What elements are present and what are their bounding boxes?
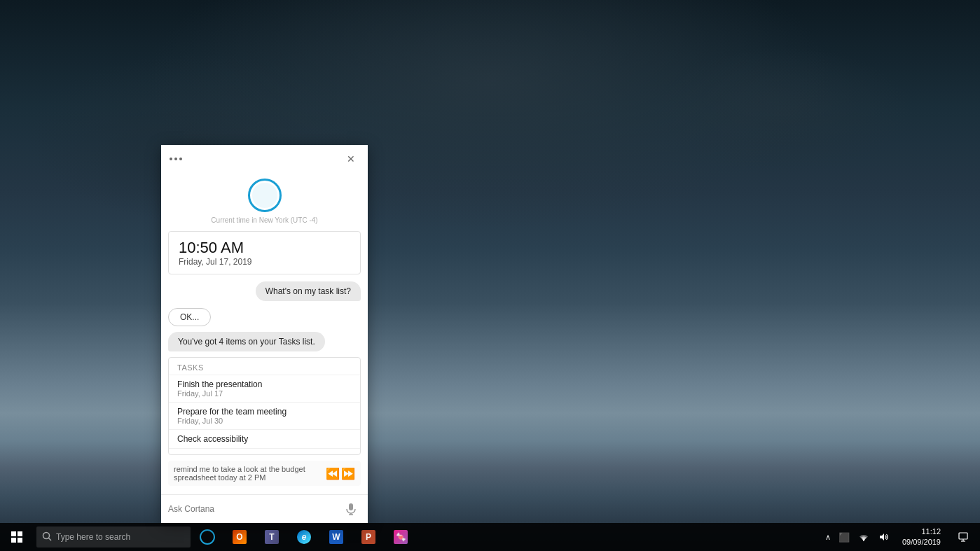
- search-placeholder-text: Type here to search: [56, 532, 130, 542]
- rewind-icon[interactable]: ⏪: [326, 467, 340, 480]
- task-name-2: Prepare for the team meeting: [177, 407, 352, 417]
- task-name-3: Check accessibility: [177, 434, 352, 444]
- taskbar-app-word[interactable]: W: [321, 523, 352, 551]
- edge-icon: e: [297, 530, 311, 544]
- datetime-card: 10:50 AM Friday, Jul 17, 2019: [168, 231, 361, 274]
- svg-line-8: [49, 538, 52, 540]
- task-name-4: Book flights to London: [177, 453, 352, 455]
- taskbar-app-office[interactable]: O: [224, 523, 255, 551]
- cortana-panel: ✕ Current time in New York (UTC -4) 10:5…: [161, 145, 368, 523]
- search-icon: [42, 531, 52, 543]
- svg-rect-3: [11, 531, 16, 536]
- network-icon[interactable]: [856, 529, 871, 545]
- taskbar: Type here to search O T e W P 🍬 ∧: [0, 523, 980, 551]
- taskbar-app-candy[interactable]: 🍬: [385, 523, 416, 551]
- task-item-1[interactable]: Finish the presentation Friday, Jul 17: [169, 375, 360, 402]
- record-icon[interactable]: ⬛: [836, 529, 852, 545]
- tasks-card-header: Tasks: [169, 358, 360, 375]
- svg-point-9: [863, 540, 864, 541]
- taskbar-app-powerpoint[interactable]: P: [353, 523, 384, 551]
- menu-dot-1: [170, 158, 172, 160]
- cortana-small-ring-icon: [200, 529, 215, 545]
- reminder-text: remind me to take a look at the budget s…: [174, 465, 320, 482]
- taskbar-clock[interactable]: 11:12 09/09/2019: [897, 526, 946, 548]
- cortana-ring-icon: [248, 179, 282, 212]
- cortana-menu-button[interactable]: [170, 158, 182, 160]
- cortana-subtitle: Current time in New York (UTC -4): [161, 215, 368, 228]
- office-icon: O: [233, 530, 247, 544]
- svg-marker-10: [880, 533, 884, 540]
- task-date-1: Friday, Jul 17: [177, 389, 352, 398]
- taskbar-cortana-button[interactable]: [195, 524, 220, 550]
- task-name-1: Finish the presentation: [177, 379, 352, 389]
- current-time: 10:50 AM: [179, 239, 350, 257]
- action-center-button[interactable]: [952, 523, 974, 551]
- svg-rect-0: [349, 503, 353, 510]
- system-tray-icons: ⬛: [836, 529, 891, 545]
- taskbar-app-teams[interactable]: T: [256, 523, 287, 551]
- task-item-3[interactable]: Check accessibility: [169, 429, 360, 448]
- taskbar-app-edge[interactable]: e: [289, 523, 319, 551]
- taskbar-right: ∧ ⬛: [825, 523, 980, 551]
- cortana-task-count-response: You've got 4 items on your Tasks list.: [168, 332, 325, 351]
- task-date-2: Friday, Jul 30: [177, 417, 352, 425]
- word-icon: W: [329, 530, 343, 544]
- cortana-chat-area: 10:50 AM Friday, Jul 17, 2019 What's on …: [161, 228, 368, 494]
- teams-icon: T: [265, 530, 279, 544]
- reminder-area: remind me to take a look at the budget s…: [168, 461, 361, 486]
- tasks-card: Tasks Finish the presentation Friday, Ju…: [168, 357, 361, 455]
- volume-icon[interactable]: [876, 529, 891, 545]
- svg-rect-5: [11, 538, 16, 543]
- mic-button[interactable]: [341, 499, 361, 519]
- task-item-2[interactable]: Prepare for the team meeting Friday, Jul…: [169, 402, 360, 429]
- user-message-bubble: What's on my task list?: [256, 281, 361, 301]
- svg-rect-11: [959, 533, 967, 539]
- clouds-overlay: [0, 0, 980, 551]
- menu-dot-2: [174, 158, 177, 160]
- start-button[interactable]: [0, 523, 34, 551]
- svg-point-7: [43, 532, 50, 538]
- powerpoint-icon: P: [361, 530, 375, 544]
- taskbar-search-box[interactable]: Type here to search: [36, 526, 191, 547]
- show-hidden-icons-button[interactable]: ∧: [825, 533, 831, 542]
- fast-forward-icon[interactable]: ⏩: [341, 467, 355, 480]
- cortana-panel-header: ✕: [161, 145, 368, 173]
- current-date: Friday, Jul 17, 2019: [179, 257, 350, 267]
- svg-rect-6: [18, 538, 22, 543]
- cortana-input-area: [161, 494, 368, 523]
- cortana-input[interactable]: [168, 504, 341, 514]
- reminder-controls: ⏪ ⏩: [326, 467, 355, 480]
- clock-date: 09/09/2019: [902, 537, 941, 547]
- candy-icon: 🍬: [394, 530, 408, 544]
- cortana-logo: [161, 173, 368, 215]
- task-item-4[interactable]: Book flights to London: [169, 448, 360, 455]
- close-button[interactable]: ✕: [343, 151, 359, 167]
- taskbar-apps: O T e W P 🍬: [224, 523, 416, 551]
- cortana-ok-response[interactable]: OK...: [168, 308, 211, 326]
- menu-dot-3: [179, 158, 182, 160]
- clock-time: 11:12: [921, 526, 941, 537]
- svg-rect-4: [18, 531, 22, 536]
- desktop-background: [0, 0, 980, 551]
